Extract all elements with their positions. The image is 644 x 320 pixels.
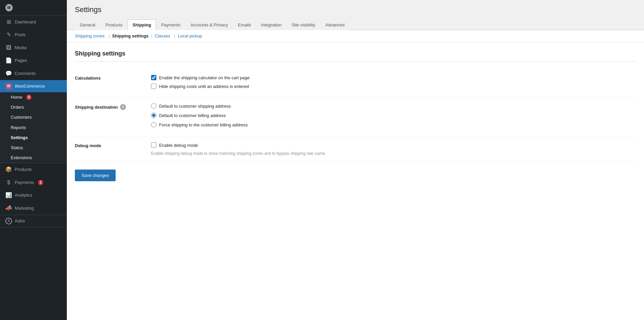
products-icon: 📦 (5, 166, 12, 173)
tab-emails[interactable]: Emails (233, 19, 256, 30)
sidebar-item-label: Analytics (15, 192, 32, 198)
sidebar-item-media[interactable]: 🖼 Media (0, 41, 67, 54)
settings-content: Shipping settings Calculations Enable th… (67, 42, 644, 320)
shipping-destination-fields: Default to customer shipping address Def… (148, 98, 636, 137)
sidebar-item-label: Comments (15, 71, 36, 77)
debug-mode-checkbox[interactable] (151, 142, 156, 148)
radio-default-shipping-input[interactable] (151, 103, 156, 109)
debug-mode-row: Debug mode Enable debug mode Enable ship… (75, 137, 636, 162)
shipping-destination-row: Shipping destination ? Default to custom… (75, 98, 636, 137)
subitem-label: Reports (11, 125, 26, 131)
dashboard-icon: ⊞ (5, 18, 12, 26)
home-badge: 4 (26, 95, 32, 100)
section-title: Shipping settings (75, 50, 636, 62)
sidebar-item-label: Marketing (15, 205, 34, 211)
sidebar-item-posts[interactable]: ✎ Posts (0, 28, 67, 41)
sidebar-item-astra[interactable]: A Astra (0, 215, 67, 227)
sidebar-subitem-status[interactable]: Status (0, 143, 67, 153)
calculations-fields: Enable the shipping calculator on the ca… (148, 70, 636, 98)
sidebar-subitem-orders[interactable]: Orders (0, 102, 67, 112)
sidebar-subitem-extensions[interactable]: Extensions (0, 153, 67, 163)
main-content: Settings General Products Shipping Payme… (67, 0, 644, 320)
calculations-row: Calculations Enable the shipping calcula… (75, 70, 636, 98)
sidebar-item-comments[interactable]: 💬 Comments (0, 67, 67, 80)
comments-icon: 💬 (5, 70, 12, 77)
sidebar-item-label: Posts (15, 32, 26, 38)
subitem-label: Orders (11, 104, 24, 110)
sidebar-item-woocommerce[interactable]: W WooCommerce (0, 80, 67, 92)
sidebar-item-label: Payments (15, 180, 34, 186)
debug-mode-fields: Enable debug mode Enable shipping debug … (148, 137, 636, 162)
tab-advanced[interactable]: Advanced (320, 19, 350, 30)
subitem-label: Extensions (11, 155, 32, 161)
sidebar-item-label: Astra (15, 218, 25, 224)
radio-default-billing-label[interactable]: Default to customer billing address (159, 113, 226, 118)
shipping-subnav: Shipping zones | Shipping settings | Cla… (67, 30, 644, 42)
subnav-shipping-settings-current: Shipping settings (112, 33, 149, 38)
hide-costs-label[interactable]: Hide shipping costs until an address is … (159, 84, 249, 89)
tab-general[interactable]: General (75, 19, 100, 30)
radio-default-billing: Default to customer billing address (151, 113, 636, 118)
hide-costs-checkbox[interactable] (151, 84, 156, 89)
radio-force-billing-label[interactable]: Force shipping to the customer billing a… (159, 122, 248, 127)
radio-default-shipping: Default to customer shipping address (151, 103, 636, 109)
subitem-label: Customers (11, 114, 32, 120)
posts-icon: ✎ (5, 31, 12, 38)
tab-accounts-privacy[interactable]: Accounts & Privacy (185, 19, 233, 30)
pages-icon: 📄 (5, 57, 12, 64)
radio-force-billing-input[interactable] (151, 122, 156, 127)
sidebar-item-label: WooCommerce (15, 83, 45, 89)
sidebar-item-analytics[interactable]: 📊 Analytics (0, 189, 67, 202)
sidebar-item-dashboard[interactable]: ⊞ Dashboard (0, 16, 67, 28)
woocommerce-icon: W (5, 83, 12, 90)
enable-calculator-checkbox[interactable] (151, 75, 156, 80)
tab-site-visibility[interactable]: Site visibility (286, 19, 320, 30)
analytics-icon: 📊 (5, 192, 12, 199)
hide-costs-row: Hide shipping costs until an address is … (151, 84, 636, 89)
debug-mode-checkbox-label[interactable]: Enable debug mode (159, 143, 198, 148)
tab-integration[interactable]: Integration (256, 19, 286, 30)
sidebar-item-marketing[interactable]: 📣 Marketing (0, 202, 67, 214)
subitem-label: Status (11, 145, 23, 151)
sidebar-subitem-settings[interactable]: Settings (0, 133, 67, 143)
marketing-icon: 📣 (5, 204, 12, 212)
wp-logo-icon: W (5, 4, 13, 11)
sidebar: W ⊞ Dashboard ✎ Posts 🖼 Media 📄 Pages 💬 … (0, 0, 67, 320)
wp-logo-area: W (0, 0, 67, 16)
settings-table: Calculations Enable the shipping calcula… (75, 70, 636, 162)
enable-calculator-label[interactable]: Enable the shipping calculator on the ca… (159, 75, 250, 80)
sidebar-item-label: Dashboard (15, 19, 36, 25)
help-icon[interactable]: ? (120, 104, 126, 110)
sidebar-subitem-home[interactable]: Home 4 (0, 92, 67, 102)
sidebar-item-products[interactable]: 📦 Products (0, 163, 67, 176)
sidebar-subitem-reports[interactable]: Reports (0, 123, 67, 133)
subnav-shipping-zones[interactable]: Shipping zones (75, 33, 105, 38)
tab-payments[interactable]: Payments (156, 19, 185, 30)
subnav-local-pickup[interactable]: Local pickup (178, 33, 202, 38)
subitem-label: Home (11, 94, 22, 100)
media-icon: 🖼 (5, 44, 12, 51)
debug-mode-label: Debug mode (75, 137, 148, 162)
calculations-label: Calculations (75, 70, 148, 98)
enable-calculator-row: Enable the shipping calculator on the ca… (151, 75, 636, 80)
radio-force-billing: Force shipping to the customer billing a… (151, 122, 636, 127)
radio-default-billing-input[interactable] (151, 113, 156, 118)
subnav-classes[interactable]: Classes (155, 33, 170, 38)
tab-shipping[interactable]: Shipping (128, 19, 156, 30)
radio-default-shipping-label[interactable]: Default to customer shipping address (159, 104, 231, 109)
settings-tabs: General Products Shipping Payments Accou… (67, 19, 644, 30)
shipping-destination-label: Shipping destination ? (75, 98, 148, 137)
sidebar-item-label: Pages (15, 58, 27, 64)
tab-products[interactable]: Products (100, 19, 127, 30)
sidebar-item-pages[interactable]: 📄 Pages (0, 54, 67, 67)
sidebar-item-payments[interactable]: $ Payments 1 (0, 176, 67, 189)
enable-debug-row: Enable debug mode (151, 142, 636, 148)
sidebar-item-label: Products (15, 167, 32, 173)
page-header: Settings (67, 0, 644, 19)
page-title: Settings (75, 5, 636, 14)
astra-icon: A (5, 218, 12, 224)
sidebar-subitem-customers[interactable]: Customers (0, 112, 67, 122)
sidebar-item-label: Media (15, 45, 26, 51)
save-changes-button[interactable]: Save changes (75, 170, 116, 181)
subitem-label: Settings (11, 135, 28, 141)
